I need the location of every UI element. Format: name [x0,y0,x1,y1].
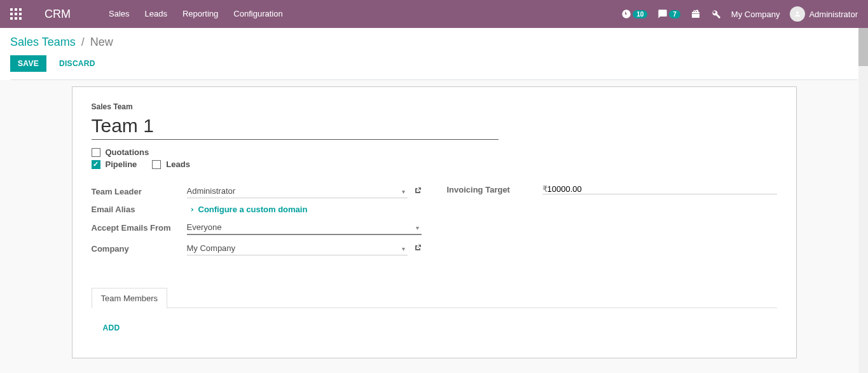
user-name: Administrator [809,10,858,19]
tab-team-members[interactable]: Team Members [92,288,168,308]
menu-sales[interactable]: Sales [101,0,137,28]
form-sheet: Sales Team Quotations ✓ Pipeline Leads T… [72,86,797,358]
pipeline-label: Pipeline [106,159,137,169]
chat-button[interactable]: 7 [658,9,680,19]
accept-emails-label: Accept Emails From [92,223,187,233]
user-menu[interactable]: Administrator [790,6,858,22]
company-label: Company [92,244,187,254]
scrollbar-thumb[interactable] [858,28,868,66]
clock-icon [621,9,631,19]
leads-label: Leads [166,159,190,169]
gift-icon [691,9,701,19]
apps-launcher-icon[interactable] [10,8,22,20]
checkbox-unchecked-icon [92,148,100,157]
pipeline-checkbox[interactable]: ✓ Pipeline [92,159,137,169]
breadcrumb-root[interactable]: Sales Teams [10,36,76,48]
discard-button[interactable]: DISCARD [53,55,102,72]
email-alias-label: Email Alias [92,205,187,214]
quotations-label: Quotations [106,147,149,157]
svg-point-0 [796,11,799,14]
checkbox-checked-icon: ✓ [92,160,100,169]
invoicing-target-field[interactable] [548,184,777,194]
scrollbar[interactable] [858,28,868,373]
checkbox-unchecked-icon [152,160,161,169]
add-member-button[interactable]: ADD [103,323,120,332]
form-tabs: Team Members [92,287,777,308]
gift-button[interactable] [691,9,701,19]
control-bar: Sales Teams / New SAVE DISCARD [0,28,868,80]
invoicing-target-label: Invoicing Target [447,185,542,194]
configure-domain-link[interactable]: Configure a custom domain [187,205,308,214]
activity-badge: 10 [633,10,647,18]
breadcrumb-current: New [90,36,113,48]
team-leader-label: Team Leader [92,187,187,196]
breadcrumb-separator: / [81,36,85,48]
chat-icon [658,9,668,19]
configure-domain-label: Configure a custom domain [198,205,308,214]
top-navbar: CRM Sales Leads Reporting Configuration … [0,0,868,28]
wrench-icon [711,9,721,19]
menu-leads[interactable]: Leads [137,0,175,28]
team-name-label: Sales Team [92,102,777,111]
app-brand[interactable]: CRM [45,8,71,21]
avatar-icon [790,6,805,22]
external-link-icon[interactable] [414,244,422,254]
chat-badge: 7 [669,10,680,18]
external-link-icon[interactable] [414,187,422,196]
currency-symbol: ₹ [542,184,548,194]
company-field[interactable] [187,241,408,255]
arrow-right-icon [187,206,195,214]
form-scroll-area: Sales Team Quotations ✓ Pipeline Leads T… [0,80,868,373]
team-leader-field[interactable] [187,184,408,198]
leads-checkbox[interactable]: Leads [152,159,190,169]
quotations-checkbox[interactable]: Quotations [92,147,149,157]
save-button[interactable]: SAVE [10,55,46,72]
activity-button[interactable]: 10 [621,9,647,19]
breadcrumb: Sales Teams / New [10,36,858,49]
company-switcher[interactable]: My Company [731,10,780,19]
accept-emails-select[interactable] [187,220,422,235]
support-button[interactable] [711,9,721,19]
team-name-input[interactable] [92,115,499,140]
menu-configuration[interactable]: Configuration [226,0,290,28]
main-menu: Sales Leads Reporting Configuration [101,0,291,28]
menu-reporting[interactable]: Reporting [175,0,226,28]
